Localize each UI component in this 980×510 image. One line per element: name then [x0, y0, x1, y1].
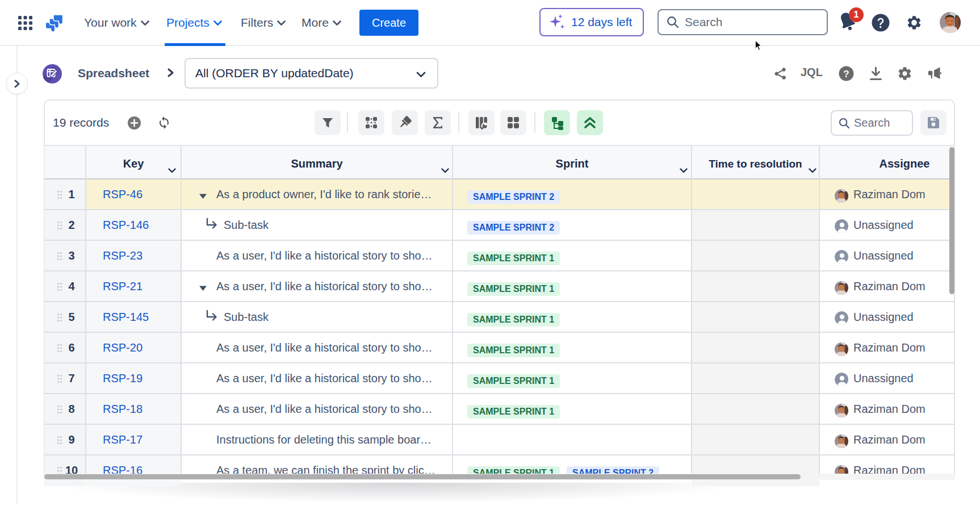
svg-text:?: ?	[843, 69, 849, 80]
